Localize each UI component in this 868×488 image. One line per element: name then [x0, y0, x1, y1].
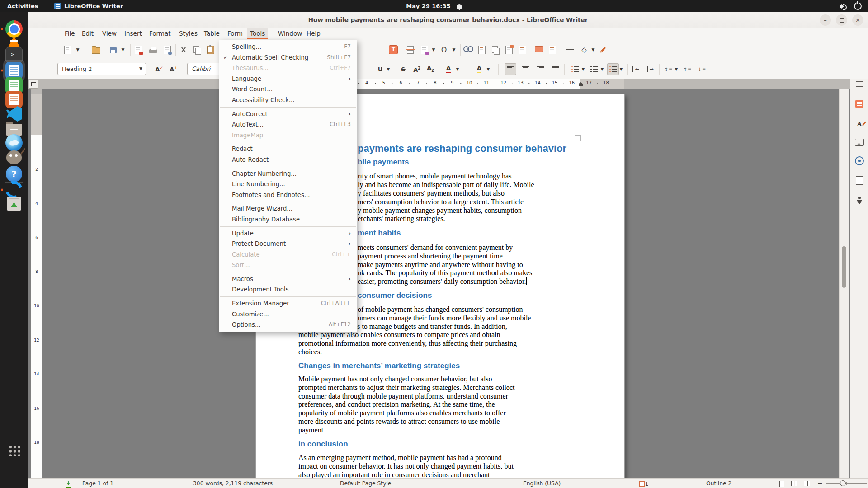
- ordered-list-icon[interactable]: [588, 63, 600, 75]
- unordered-list-dropdown-icon[interactable]: ▼: [582, 67, 585, 71]
- menubar-item-form[interactable]: Form: [224, 28, 246, 39]
- line-spacing-dropdown-icon[interactable]: ▼: [675, 67, 678, 71]
- align-right-icon[interactable]: [534, 63, 546, 75]
- document-text-line[interactable]: preferences, and conduct precision marke…: [298, 400, 495, 408]
- menu-item-line-numbering[interactable]: Line Numbering...: [219, 179, 357, 190]
- document-heading[interactable]: Changes in merchants’ marketing strategi…: [298, 361, 460, 371]
- book-view-icon[interactable]: [804, 481, 810, 486]
- document-text-line[interactable]: rity of smart phones, mobile payment tec…: [358, 172, 511, 180]
- track-changes-icon[interactable]: [547, 44, 558, 56]
- menu-item-automatic-spell-checking[interactable]: ✓Automatic Spell CheckingShift+F7: [219, 52, 357, 63]
- copy-icon[interactable]: [191, 44, 203, 56]
- insert-comment-icon[interactable]: [533, 44, 545, 56]
- underline-icon[interactable]: U: [374, 63, 386, 75]
- page-style[interactable]: Default Page Style: [340, 479, 391, 488]
- horizontal-ruler[interactable]: 456789101112131415161718: [28, 79, 868, 89]
- align-center-icon[interactable]: [519, 63, 531, 75]
- insert-bookmark-icon[interactable]: [503, 44, 515, 56]
- document-text-line[interactable]: mers' consumption behavior to a large ex…: [358, 197, 524, 206]
- sidebar-tab-gallery[interactable]: [853, 136, 866, 149]
- menubar-item-insert[interactable]: Insert: [121, 28, 145, 39]
- menu-item-redact[interactable]: Redact: [219, 144, 357, 155]
- document-text-line[interactable]: nk cards. The popularity of this payment…: [358, 268, 532, 277]
- menu-item-protect-document[interactable]: Protect Document›: [219, 239, 357, 249]
- close-button[interactable]: ×: [852, 14, 863, 26]
- vertical-scrollbar[interactable]: [839, 89, 849, 478]
- space-below-paragraph-icon[interactable]: ↓ ≡: [696, 63, 708, 75]
- menu-item-accessibility-check[interactable]: Accessibility Check...: [219, 95, 357, 106]
- document-text-line[interactable]: payment.: [298, 426, 325, 434]
- dock-item-app-grid[interactable]: [3, 440, 25, 461]
- paragraph-style-combo[interactable]: Heading 2 ▼: [57, 63, 146, 75]
- menubar-item-styles[interactable]: Styles: [176, 28, 201, 39]
- superscript-icon[interactable]: A2: [411, 63, 423, 75]
- strikethrough-icon[interactable]: S: [397, 63, 409, 75]
- highlight-color-dropdown-icon[interactable]: ▼: [487, 67, 490, 71]
- zoom-slider-handle[interactable]: [840, 480, 846, 486]
- space-above-paragraph-icon[interactable]: ↑ ≡: [681, 63, 693, 75]
- scrollbar-thumb[interactable]: [842, 246, 846, 288]
- menu-item-autocorrect[interactable]: AutoCorrect›: [219, 109, 357, 120]
- insert-special-character-dropdown-icon[interactable]: ▼: [453, 47, 456, 52]
- decrease-indent-icon[interactable]: ←: [631, 63, 642, 75]
- document-text-line[interactable]: meets consumers' demand for convenient p…: [358, 243, 513, 252]
- draw-freeform-line-icon[interactable]: [597, 44, 609, 56]
- open-icon[interactable]: [90, 44, 102, 56]
- document-heading[interactable]: ment habits: [358, 228, 401, 238]
- maximize-button[interactable]: [836, 14, 847, 26]
- new-style-button[interactable]: A+: [170, 66, 178, 73]
- outline-list-icon[interactable]: [607, 63, 619, 75]
- menubar-item-file[interactable]: File: [61, 28, 78, 39]
- insert-text-box-icon[interactable]: T: [387, 44, 399, 56]
- align-justify-icon[interactable]: [549, 63, 561, 75]
- insert-special-character-icon[interactable]: Ω: [438, 44, 450, 56]
- menu-item-word-count[interactable]: Word Count...: [219, 84, 357, 95]
- print-icon[interactable]: [147, 44, 159, 56]
- document-title[interactable]: payments are reshaping consumer behavior: [358, 143, 566, 155]
- new-document-dropdown-icon[interactable]: ▼: [76, 47, 80, 52]
- menu-item-mail-merge-wizard[interactable]: Mail Merge Wizard...: [219, 203, 357, 214]
- insert-field-dropdown-icon[interactable]: ▼: [432, 47, 435, 52]
- menu-item-autotext[interactable]: AutoText...Ctrl+F3: [219, 119, 357, 130]
- selection-mode-icon[interactable]: [639, 481, 645, 487]
- menu-item-update[interactable]: Update›: [219, 228, 357, 239]
- text-language[interactable]: English (USA): [523, 479, 561, 488]
- increase-indent-icon[interactable]: →: [645, 63, 657, 75]
- focused-app-indicator[interactable]: LibreOffice Writer: [54, 3, 123, 9]
- sidebar-tab-accessibility-check[interactable]: [853, 194, 866, 207]
- document-text-line[interactable]: y mobile payment changes payment habits,…: [358, 206, 522, 215]
- insert-footnote-icon[interactable]: [476, 44, 488, 56]
- document-text-line[interactable]: payment process and shortening the payme…: [358, 252, 505, 260]
- document-text-line[interactable]: popularity of mobile payment platforms a…: [298, 408, 506, 417]
- horizontal-line-icon[interactable]: [564, 44, 576, 56]
- menubar-item-help[interactable]: Help: [303, 28, 324, 39]
- clock-menu[interactable]: May 29 16:35: [406, 3, 462, 9]
- document-text-line[interactable]: consumer data through mobile payment pla…: [298, 392, 508, 400]
- paste-icon[interactable]: [205, 44, 217, 56]
- document-text-line[interactable]: promotional information more convenientl…: [298, 339, 517, 347]
- menu-item-spelling[interactable]: Spelling...F7: [219, 42, 357, 52]
- line-spacing-icon[interactable]: ↕ ≡: [662, 63, 674, 75]
- document-text-line[interactable]: As an emerging payment method, mobile pa…: [298, 453, 502, 462]
- menubar-item-table[interactable]: Table: [201, 28, 223, 39]
- document-text-line[interactable]: choices.: [298, 347, 322, 356]
- insert-hyperlink-icon[interactable]: [462, 44, 474, 56]
- save-icon[interactable]: [107, 44, 119, 56]
- menu-item-extension-manager[interactable]: Extension Manager...Ctrl+Alt+E: [219, 298, 357, 309]
- tab-stop-selector[interactable]: [29, 80, 38, 89]
- outline-list-dropdown-icon[interactable]: ▼: [620, 67, 623, 71]
- menu-item-macros[interactable]: Macros›: [219, 274, 357, 285]
- document-heading[interactable]: bile payments: [358, 157, 409, 167]
- save-status-icon[interactable]: ↓: [66, 480, 71, 488]
- document-canvas[interactable]: payments are reshaping consumer behavior…: [28, 89, 868, 478]
- page-count[interactable]: Page 1 of 1: [82, 479, 113, 488]
- unordered-list-icon[interactable]: [569, 63, 581, 75]
- multi-page-view-icon[interactable]: [791, 481, 797, 486]
- menu-item-development-tools[interactable]: Development Tools: [219, 284, 357, 295]
- word-count[interactable]: 300 words, 2,119 characters: [193, 479, 273, 488]
- font-color-icon[interactable]: A: [443, 63, 454, 75]
- document-text-line[interactable]: ly and has become an indispensable part …: [358, 180, 534, 189]
- sidebar-tab-page[interactable]: [853, 174, 866, 187]
- menubar-item-window[interactable]: Window: [275, 28, 305, 39]
- align-left-icon[interactable]: [505, 63, 516, 75]
